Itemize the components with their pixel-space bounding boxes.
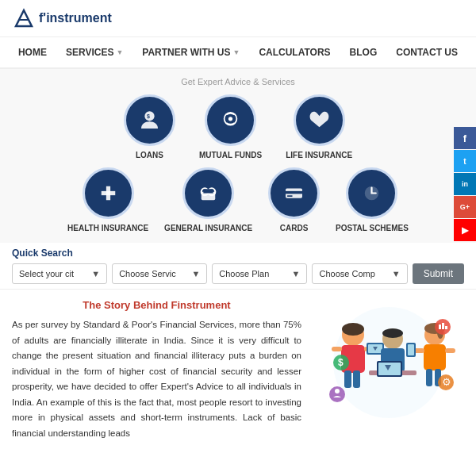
chevron-down-icon: ▼: [232, 48, 240, 56]
nav-home[interactable]: HOME: [9, 37, 56, 67]
linkedin-icon: in: [462, 180, 468, 188]
svg-point-18: [342, 323, 364, 336]
illustration-section: $ ⚙: [313, 299, 464, 441]
life-insurance-circle: [294, 94, 345, 146]
svg-rect-32: [378, 363, 401, 375]
cards-icon: [280, 179, 308, 207]
mutual-funds-circle: [205, 94, 256, 146]
facebook-button[interactable]: f: [454, 127, 476, 149]
story-section: The Story Behind Finstrument As per surv…: [12, 299, 301, 441]
service-select[interactable]: Choose Servic ▼: [112, 263, 207, 284]
general-insurance-label: GENERAL INSURANCE: [164, 224, 252, 232]
svg-point-51: [335, 389, 340, 393]
service-health-insurance[interactable]: HEALTH INSURANCE: [67, 167, 148, 232]
svg-rect-38: [426, 369, 432, 386]
svg-rect-48: [442, 323, 444, 329]
chevron-down-icon: ▼: [292, 269, 301, 278]
google-plus-icon: G+: [460, 203, 470, 211]
svg-rect-42: [408, 344, 414, 355]
service-general-insurance[interactable]: GENERAL INSURANCE: [164, 167, 252, 232]
story-title: The Story Behind Finstrument: [12, 299, 301, 311]
services-row-2: HEALTH INSURANCE GENERAL INSURANCE: [12, 167, 464, 232]
mutual-funds-icon: [217, 106, 244, 134]
youtube-button[interactable]: ▶: [454, 219, 476, 241]
team-illustration: $ ⚙: [317, 299, 460, 426]
postal-schemes-circle: [346, 167, 397, 219]
nav-calculators[interactable]: CALCULATORS: [249, 37, 340, 67]
svg-rect-11: [203, 189, 213, 193]
service-mutual-funds[interactable]: MUTUAL FUNDS: [199, 94, 262, 159]
main-nav: HOME SERVICES ▼ PARTNER WITH US ▼ CALCUL…: [0, 37, 476, 69]
cards-circle: [268, 167, 320, 219]
mutual-funds-label: MUTUAL FUNDS: [199, 151, 262, 159]
svg-text:$: $: [147, 113, 150, 120]
chevron-down-icon: ▼: [116, 48, 123, 56]
svg-rect-49: [445, 326, 447, 329]
logo-icon: [12, 6, 36, 30]
postal-schemes-label: POSTAL SCHEMES: [336, 224, 409, 232]
service-life-insurance[interactable]: LIFE INSURANCE: [286, 94, 352, 159]
svg-rect-22: [332, 347, 342, 351]
svg-point-5: [228, 117, 232, 121]
story-text: As per survey by Standard & Poor's Finan…: [12, 317, 301, 441]
nav-blog[interactable]: BLOG: [340, 37, 387, 67]
facebook-icon: f: [463, 132, 466, 144]
header: f'instrument: [0, 0, 476, 37]
svg-rect-7: [101, 191, 115, 195]
main-content: The Story Behind Finstrument As per surv…: [0, 290, 476, 451]
quick-search-label: Quick Search: [12, 248, 464, 259]
chevron-down-icon: ▼: [392, 269, 401, 278]
svg-marker-0: [16, 10, 32, 26]
nav-services[interactable]: SERVICES ▼: [56, 37, 132, 67]
search-row: Select your cit ▼ Choose Servic ▼ Choose…: [12, 263, 464, 284]
general-insurance-circle: [182, 167, 234, 219]
nav-partner[interactable]: PARTNER WITH US ▼: [132, 37, 249, 67]
svg-point-28: [382, 328, 403, 338]
svg-rect-43: [445, 348, 455, 353]
loans-circle: $: [124, 94, 175, 146]
service-postal-schemes[interactable]: POSTAL SCHEMES: [336, 167, 409, 232]
chevron-down-icon: ▼: [191, 269, 200, 278]
health-insurance-icon: [94, 179, 122, 207]
postal-schemes-icon: [358, 179, 386, 207]
health-insurance-label: HEALTH INSURANCE: [67, 224, 148, 232]
youtube-icon: ▶: [462, 225, 468, 236]
loans-icon: $: [136, 106, 163, 134]
nav-contact[interactable]: CONTACT US: [386, 37, 467, 67]
svg-rect-13: [286, 191, 302, 194]
logo[interactable]: f'instrument: [12, 6, 112, 30]
linkedin-button[interactable]: in: [454, 173, 476, 195]
search-submit-button[interactable]: Submit: [413, 263, 464, 284]
svg-text:$: $: [338, 357, 344, 368]
google-plus-button[interactable]: G+: [454, 196, 476, 218]
city-select[interactable]: Select your cit ▼: [12, 263, 107, 284]
svg-rect-47: [439, 324, 441, 329]
life-insurance-icon: [305, 106, 333, 134]
social-sidebar: f t in G+ ▶: [454, 127, 476, 241]
svg-rect-14: [287, 195, 293, 197]
services-section: Get Expert Advice & Services $ LOANS: [0, 69, 476, 243]
health-insurance-circle: [83, 167, 134, 219]
svg-rect-21: [353, 370, 360, 388]
svg-text:⚙: ⚙: [442, 376, 451, 388]
company-select[interactable]: Choose Comp ▼: [312, 263, 407, 284]
life-insurance-label: LIFE INSURANCE: [286, 151, 352, 159]
twitter-button[interactable]: t: [454, 150, 476, 172]
svg-rect-20: [344, 370, 351, 388]
twitter-icon: t: [463, 157, 466, 166]
plan-select[interactable]: Choose Plan ▼: [212, 263, 307, 284]
services-row-1: $ LOANS MUTUAL FUNDS: [12, 94, 464, 159]
cards-label: CARDS: [280, 224, 309, 232]
service-cards[interactable]: CARDS: [268, 167, 320, 232]
loans-label: LOANS: [136, 151, 163, 159]
quick-search-section: Quick Search Select your cit ▼ Choose Se…: [0, 243, 476, 290]
services-subtitle: Get Expert Advice & Services: [12, 77, 464, 86]
service-loans[interactable]: $ LOANS: [124, 94, 175, 159]
general-insurance-icon: [194, 179, 222, 207]
chevron-down-icon: ▼: [91, 269, 100, 278]
logo-text: f'instrument: [39, 11, 112, 25]
svg-rect-37: [424, 344, 446, 370]
